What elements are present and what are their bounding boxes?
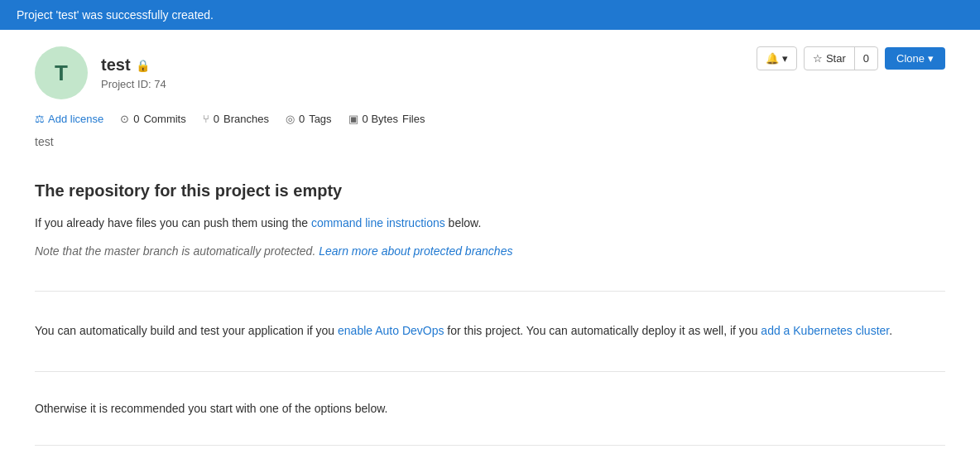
project-info: test 🔒 Project ID: 74 <box>101 56 166 90</box>
clone-label: Clone <box>896 52 925 65</box>
branches-count: 0 <box>214 113 219 125</box>
divider-2 <box>35 371 945 372</box>
clone-button[interactable]: Clone ▾ <box>885 47 945 70</box>
star-icon: ☆ <box>813 52 823 65</box>
auto-devops-text-after: . <box>889 324 892 337</box>
divider-3 <box>35 445 945 446</box>
add-license-link[interactable]: ⚖ Add license <box>35 113 103 125</box>
divider-1 <box>35 291 945 292</box>
project-header: T test 🔒 Project ID: 74 🔔 ▾ ☆ Star 0 <box>35 46 945 99</box>
tags-label: Tags <box>309 113 331 125</box>
project-id: Project ID: 74 <box>101 78 166 90</box>
protected-branch-note: Note that the master branch is automatic… <box>35 242 945 260</box>
files-label: Files <box>402 113 425 125</box>
learn-more-link[interactable]: Learn more about protected branches <box>319 244 512 258</box>
auto-devops-section: You can automatically build and test you… <box>35 308 945 355</box>
branches-label: Branches <box>223 113 269 125</box>
add-license-label: Add license <box>48 113 103 125</box>
branches-stat: ⑂ 0 Branches <box>203 113 269 125</box>
push-instructions-paragraph: If you already have files you can push t… <box>35 214 945 232</box>
clone-chevron: ▾ <box>928 52 934 65</box>
license-icon: ⚖ <box>35 113 45 125</box>
notification-button[interactable]: 🔔 ▾ <box>757 46 797 70</box>
add-kubernetes-cluster-link[interactable]: add a Kubernetes cluster <box>761 324 889 337</box>
commits-icon: ⊙ <box>120 113 129 125</box>
files-icon: ▣ <box>348 113 358 125</box>
main-content: T test 🔒 Project ID: 74 🔔 ▾ ☆ Star 0 <box>18 30 962 449</box>
lock-icon: 🔒 <box>136 59 150 72</box>
project-actions: 🔔 ▾ ☆ Star 0 Clone ▾ <box>757 46 945 70</box>
notification-chevron: ▾ <box>782 52 788 65</box>
files-size: 0 Bytes <box>363 113 398 125</box>
project-title: test 🔒 <box>101 56 166 75</box>
empty-repo-section: The repository for this project is empty… <box>35 168 945 274</box>
success-message: Project 'test' was successfully created. <box>17 8 214 22</box>
notification-icon: 🔔 <box>766 52 779 65</box>
note-before: Note that the master branch is automatic… <box>35 244 319 258</box>
star-button[interactable]: ☆ Star 0 <box>804 46 878 70</box>
star-label-text: Star <box>826 52 846 65</box>
project-name: test <box>101 56 131 75</box>
project-description: test <box>35 135 945 148</box>
empty-repo-title: The repository for this project is empty <box>35 181 945 200</box>
star-label-section[interactable]: ☆ Star <box>805 47 855 70</box>
files-stat: ▣ 0 Bytes Files <box>348 113 425 125</box>
paragraph1-before: If you already have files you can push t… <box>35 216 311 229</box>
tags-icon: ◎ <box>286 113 295 125</box>
commits-label: Commits <box>143 113 185 125</box>
paragraph1-after: below. <box>445 216 482 229</box>
success-banner: Project 'test' was successfully created. <box>0 0 980 30</box>
stats-bar: ⚖ Add license ⊙ 0 Commits ⑂ 0 Branches ◎… <box>35 113 945 125</box>
command-line-instructions-link[interactable]: command line instructions <box>311 216 445 229</box>
enable-auto-devops-link[interactable]: enable Auto DevOps <box>338 324 444 337</box>
options-section: Otherwise it is recommended you start wi… <box>35 389 945 428</box>
project-left: T test 🔒 Project ID: 74 <box>35 46 166 99</box>
commits-count: 0 <box>133 113 139 125</box>
auto-devops-text-before: You can automatically build and test you… <box>35 324 338 337</box>
branches-icon: ⑂ <box>203 113 209 125</box>
star-count: 0 <box>855 47 877 70</box>
tags-count: 0 <box>299 113 305 125</box>
auto-devops-text-middle: for this project. You can automatically … <box>444 324 761 337</box>
avatar: T <box>35 46 88 99</box>
tags-stat: ◎ 0 Tags <box>286 113 332 125</box>
commits-stat: ⊙ 0 Commits <box>120 113 186 125</box>
options-text: Otherwise it is recommended you start wi… <box>35 402 387 415</box>
